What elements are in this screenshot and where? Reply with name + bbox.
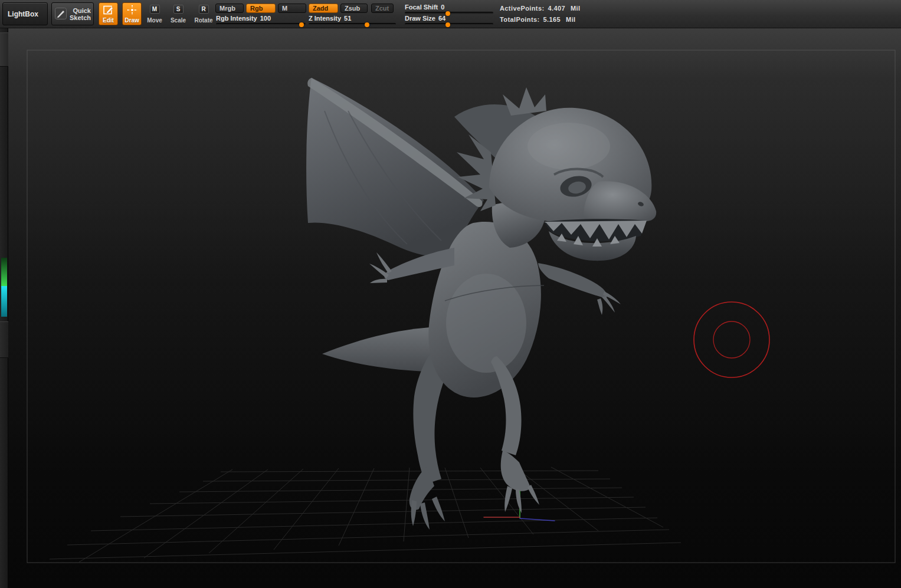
z-intensity-label: Z Intensity51 [309, 15, 396, 22]
move-icon: M [150, 5, 160, 14]
viewport-canvas[interactable] [8, 28, 901, 588]
m-mode-button[interactable]: M [278, 4, 306, 13]
rgb-mode-button[interactable]: Rgb [246, 4, 276, 13]
move-tool-button[interactable]: M Move [145, 2, 165, 25]
edit-label: Edit [103, 17, 114, 24]
left-tray-handle-top[interactable] [0, 32, 8, 67]
zbrush-window: LightBox Quick Sketch Edit [0, 0, 901, 588]
dragon-right-arm [538, 263, 607, 298]
quick-sketch-label: Quick Sketch [69, 7, 91, 21]
draw-size-handle[interactable] [445, 22, 450, 27]
z-intensity-groove[interactable] [309, 23, 396, 25]
focal-shift-label: Focal Shift0 [405, 4, 493, 11]
focal-shift-groove[interactable] [405, 12, 493, 14]
rgb-intensity-label: Rgb Intensity100 [216, 15, 306, 22]
draw-size-label: Draw Size64 [405, 15, 493, 22]
total-points-stat: TotalPoints:5.165Mil [500, 16, 576, 23]
z-intensity-handle[interactable] [365, 22, 369, 27]
tray-gradient-cyan [1, 286, 7, 317]
rgb-intensity-handle[interactable] [299, 22, 304, 27]
quick-sketch-button[interactable]: Quick Sketch [51, 2, 94, 25]
draw-icon [126, 5, 138, 17]
z-intensity-slider[interactable]: Z Intensity51 [309, 15, 396, 25]
edit-icon [103, 5, 114, 17]
rotate-icon: R [199, 5, 209, 14]
active-points-stat: ActivePoints:4.407Mil [500, 5, 581, 12]
dragon-left-foot-claws [411, 497, 445, 530]
zsub-mode-button[interactable]: Zsub [340, 4, 368, 13]
zcut-mode-button[interactable]: Zcut [371, 4, 394, 13]
draw-size-slider[interactable]: Draw Size64 [405, 15, 493, 25]
top-shelf: LightBox Quick Sketch Edit [0, 0, 901, 28]
rotate-tool-button[interactable]: R Rotate [192, 2, 215, 25]
left-tray-handle-bottom[interactable] [0, 321, 8, 358]
mrgb-mode-button[interactable]: Mrgb [215, 4, 244, 13]
floor-grid [50, 467, 681, 562]
draw-tool-button[interactable]: Draw [122, 2, 142, 25]
move-label: Move [147, 17, 162, 24]
scale-label: Scale [171, 17, 186, 24]
zadd-mode-button[interactable]: Zadd [309, 4, 338, 13]
quick-sketch-icon [54, 7, 67, 21]
dragon-model[interactable] [306, 78, 656, 530]
focal-shift-slider[interactable]: Focal Shift0 [405, 4, 493, 14]
left-tray-strip [0, 28, 8, 588]
tray-gradient-green [1, 258, 7, 286]
rotate-label: Rotate [194, 17, 212, 24]
edit-tool-button[interactable]: Edit [99, 2, 118, 25]
lightbox-button[interactable]: LightBox [2, 2, 48, 25]
rgb-intensity-slider[interactable]: Rgb Intensity100 [216, 15, 306, 25]
dragon-wing [306, 78, 484, 257]
draw-size-groove[interactable] [405, 23, 493, 25]
scale-icon: S [173, 5, 184, 14]
draw-label: Draw [124, 17, 139, 24]
rgb-intensity-groove[interactable] [216, 23, 306, 25]
scale-tool-button[interactable]: S Scale [168, 2, 188, 25]
brush-cursor [694, 302, 769, 377]
